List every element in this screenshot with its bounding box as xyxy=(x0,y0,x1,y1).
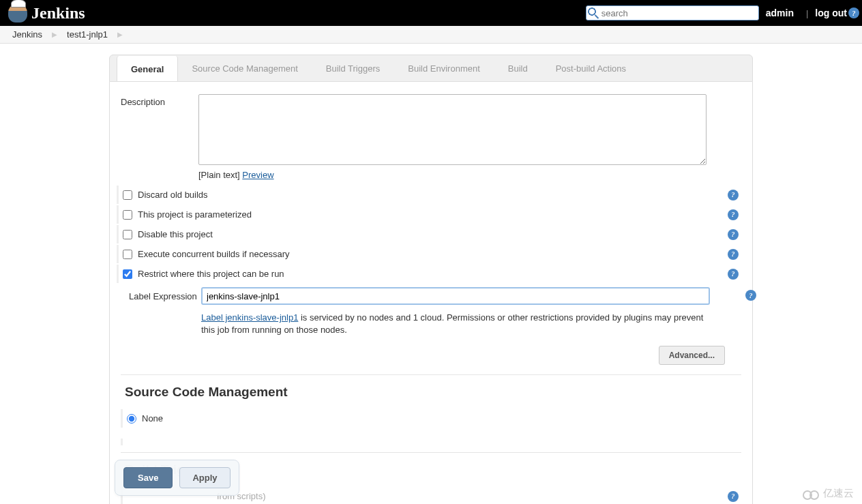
description-label: Description xyxy=(121,94,196,107)
help-icon[interactable]: ? xyxy=(728,209,739,220)
jenkins-mascot-icon xyxy=(8,3,27,23)
checkbox-row: Execute concurrent builds if necessary ? xyxy=(117,245,741,263)
jenkins-logo[interactable]: Jenkins xyxy=(8,3,85,23)
checkbox-label: Disable this project xyxy=(138,229,213,239)
discard-old-builds-checkbox[interactable] xyxy=(123,190,132,200)
breadcrumb-item[interactable]: Jenkins xyxy=(12,29,42,40)
tab-general[interactable]: General xyxy=(117,56,178,82)
search-box[interactable] xyxy=(586,5,759,20)
checkbox-row: Disable this project ? xyxy=(117,225,741,243)
header-separator: | xyxy=(806,8,808,18)
help-icon[interactable]: ? xyxy=(728,190,739,201)
description-textarea[interactable] xyxy=(198,94,707,165)
help-icon[interactable]: ? xyxy=(728,269,739,280)
apply-button[interactable]: Apply xyxy=(179,467,230,488)
preview-link[interactable]: Preview xyxy=(242,170,273,180)
advanced-button[interactable]: Advanced... xyxy=(659,346,725,365)
radio-label: None xyxy=(142,413,163,424)
help-icon[interactable]: ? xyxy=(728,229,739,240)
checkbox-row: Discard old builds ? xyxy=(117,186,741,204)
help-icon[interactable]: ? xyxy=(728,249,739,260)
concurrent-builds-checkbox[interactable] xyxy=(123,250,132,259)
help-icon[interactable]: ? xyxy=(745,290,756,301)
help-icon[interactable]: ? xyxy=(848,8,859,18)
user-link[interactable]: admin xyxy=(766,8,794,18)
tab-build-triggers[interactable]: Build Triggers xyxy=(312,55,394,81)
logo-text: Jenkins xyxy=(31,4,85,23)
chevron-right-icon: ▶ xyxy=(117,31,123,38)
description-row: Description [Plain text] Preview xyxy=(121,94,741,180)
label-link[interactable]: Label jenkins-slave-jnlp1 xyxy=(201,312,298,323)
config-panel: General Source Code Management Build Tri… xyxy=(109,55,753,504)
top-header: Jenkins ? admin | log out xyxy=(0,0,862,26)
cloud-icon xyxy=(803,488,820,499)
tab-build[interactable]: Build xyxy=(494,55,542,81)
search-input[interactable] xyxy=(599,8,757,18)
chevron-right-icon: ▶ xyxy=(52,31,57,38)
breadcrumb-item[interactable]: test1-jnlp1 xyxy=(67,29,108,40)
tab-post-build[interactable]: Post-build Actions xyxy=(542,55,640,81)
logout-link[interactable]: log out xyxy=(815,8,847,18)
validation-message: Label jenkins-slave-jnlp1 is serviced by… xyxy=(201,312,706,336)
config-tabs: General Source Code Management Build Tri… xyxy=(109,55,753,82)
parameterized-checkbox[interactable] xyxy=(123,210,132,220)
section-divider xyxy=(121,452,741,453)
label-expression-input[interactable] xyxy=(201,287,710,305)
watermark-text: 亿速云 xyxy=(823,487,854,500)
plain-text-indicator: [Plain text] xyxy=(198,170,240,180)
radio-row: None xyxy=(121,409,741,428)
save-button[interactable]: Save xyxy=(123,467,173,488)
checkbox-label: Execute concurrent builds if necessary xyxy=(138,249,290,259)
search-icon xyxy=(588,8,599,18)
scm-heading: Source Code Management xyxy=(125,385,741,400)
checkbox-label: Discard old builds xyxy=(138,190,208,200)
bottom-button-bar: Save Apply xyxy=(115,460,239,496)
tab-scm[interactable]: Source Code Management xyxy=(178,55,312,81)
checkbox-label: Restrict where this project can be run xyxy=(138,269,284,279)
watermark: 亿速云 xyxy=(803,487,854,500)
checkbox-row: Restrict where this project can be run ? xyxy=(117,265,741,283)
checkbox-row: This project is parameterized ? xyxy=(117,205,741,224)
disable-project-checkbox[interactable] xyxy=(123,230,132,239)
tab-build-environment[interactable]: Build Environment xyxy=(394,55,494,81)
label-expression-label: Label Expression xyxy=(129,287,201,301)
checkbox-label: This project is parameterized xyxy=(138,209,252,220)
scm-none-radio[interactable] xyxy=(127,414,136,424)
help-icon[interactable]: ? xyxy=(728,491,739,502)
label-expression-row: Label Expression ? Label jenkins-slave-j… xyxy=(117,287,741,336)
breadcrumb: Jenkins ▶ test1-jnlp1 ▶ xyxy=(0,26,862,44)
restrict-run-checkbox[interactable] xyxy=(123,269,132,279)
config-body: Description [Plain text] Preview Discard… xyxy=(109,82,753,504)
section-divider xyxy=(121,374,741,375)
